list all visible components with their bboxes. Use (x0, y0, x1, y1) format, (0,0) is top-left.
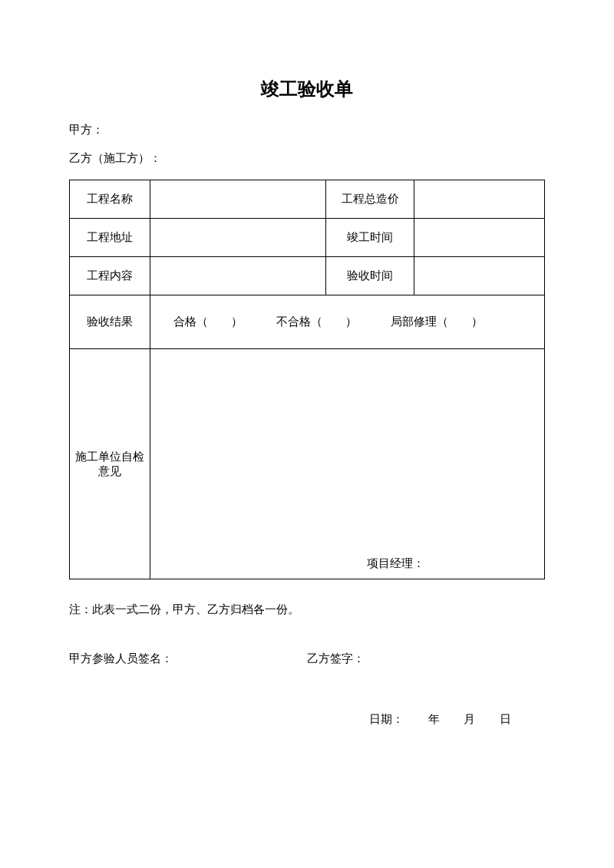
cell-total-cost-label: 工程总造价 (326, 180, 414, 219)
document-title: 竣工验收单 (69, 77, 545, 101)
cell-completion-time-label: 竣工时间 (326, 219, 414, 257)
party-a-label: 甲方： (69, 123, 545, 137)
cell-project-content-value[interactable] (150, 257, 326, 295)
day-label: 日 (500, 713, 511, 725)
cell-acceptance-time-value[interactable] (414, 257, 545, 295)
acceptance-table: 工程名称 工程总造价 工程地址 竣工时间 工程内容 验收时间 验收结果 合格（ … (69, 180, 545, 579)
cell-result-options[interactable]: 合格（ ） 不合格（ ） 局部修理（ ） (150, 295, 545, 349)
cell-acceptance-time-label: 验收时间 (326, 257, 414, 295)
month-label: 月 (464, 713, 475, 725)
date-line: 日期： 年 月 日 (69, 712, 545, 727)
cell-result-label: 验收结果 (70, 295, 150, 349)
sign-party-b-label: 乙方签字： (307, 652, 545, 666)
note-text: 注：此表一式二份，甲方、乙方归档各一份。 (69, 602, 545, 617)
cell-self-inspection-value[interactable]: 项目经理： (150, 349, 545, 579)
sign-party-a-label: 甲方参验人员签名： (69, 652, 307, 666)
option-fail[interactable]: 不合格（ ） (276, 315, 357, 328)
cell-project-name-label: 工程名称 (70, 180, 150, 219)
cell-project-address-value[interactable] (150, 219, 326, 257)
project-manager-label: 项目经理： (367, 556, 424, 571)
signature-row: 甲方参验人员签名： 乙方签字： (69, 652, 545, 666)
party-b-label: 乙方（施工方）： (69, 151, 545, 166)
year-label: 年 (428, 713, 440, 725)
date-label: 日期： (369, 713, 404, 725)
cell-total-cost-value[interactable] (414, 180, 545, 219)
option-pass[interactable]: 合格（ ） (173, 315, 243, 328)
cell-self-inspection-label: 施工单位自检意见 (70, 349, 150, 579)
cell-project-content-label: 工程内容 (70, 257, 150, 295)
cell-project-address-label: 工程地址 (70, 219, 150, 257)
cell-project-name-value[interactable] (150, 180, 326, 219)
cell-completion-time-value[interactable] (414, 219, 545, 257)
option-partial[interactable]: 局部修理（ ） (391, 315, 483, 328)
